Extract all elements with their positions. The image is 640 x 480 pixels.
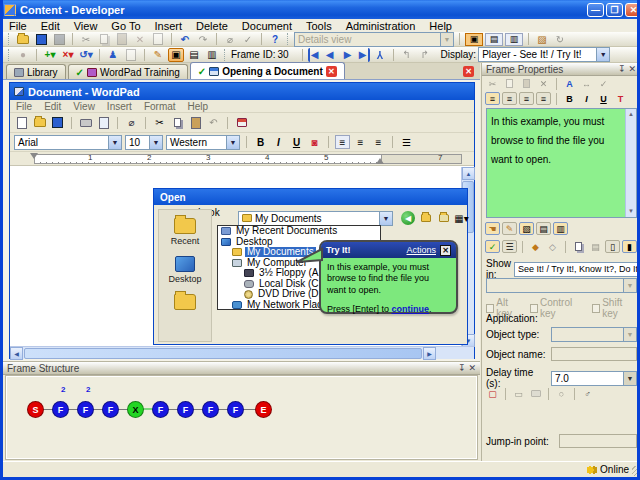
tab-opening-a-document[interactable]: ✓ Opening a Document ✕: [190, 62, 345, 79]
datetime-icon[interactable]: [234, 116, 249, 130]
wp-menu-format[interactable]: Format: [144, 101, 176, 112]
menu-view[interactable]: View: [74, 20, 98, 32]
open-icon[interactable]: [32, 116, 47, 130]
find-icon[interactable]: ⌀: [124, 116, 139, 130]
justify-icon[interactable]: ≡: [536, 92, 551, 105]
display-combo[interactable]: Player - See It! / Try It! ▼: [478, 47, 610, 62]
frame-node-start[interactable]: S: [27, 401, 44, 418]
close-balloon-icon[interactable]: ✕: [440, 245, 451, 256]
copy-frames-icon[interactable]: [571, 240, 586, 253]
italic-icon[interactable]: I: [579, 92, 594, 105]
cut-icon[interactable]: ✂: [152, 116, 167, 130]
actions-link[interactable]: Actions: [406, 245, 436, 255]
align-left-icon[interactable]: ≡: [335, 135, 350, 149]
window-icon[interactable]: ▥: [553, 222, 568, 235]
maximize-button[interactable]: ❐: [606, 3, 623, 17]
align-center-icon[interactable]: ≡: [502, 92, 517, 105]
close-tab-icon[interactable]: ✕: [326, 66, 337, 77]
close-document-icon[interactable]: ✕: [463, 66, 474, 77]
frame-paste-icon[interactable]: ▥: [204, 48, 220, 62]
pin-icon[interactable]: ↧: [618, 64, 626, 74]
menu-tools[interactable]: Tools: [306, 20, 332, 32]
bucket-icon[interactable]: ◆: [528, 240, 543, 253]
menu-help[interactable]: Help: [429, 20, 452, 32]
view-single-button[interactable]: ▣: [465, 33, 483, 46]
menu-document[interactable]: Document: [242, 20, 292, 32]
close-button[interactable]: ✕: [625, 3, 640, 17]
visibility-icon[interactable]: ▮: [622, 240, 637, 253]
menu-insert[interactable]: Insert: [155, 20, 183, 32]
editor-scrollbar[interactable]: ▲ ▼: [625, 109, 636, 217]
open-icon[interactable]: [15, 32, 31, 46]
add-frame-icon[interactable]: +▾: [42, 48, 58, 62]
wp-menu-file[interactable]: File: [16, 101, 32, 112]
edit-note-icon[interactable]: ✎: [502, 222, 517, 235]
screen-icon[interactable]: ▤: [536, 222, 551, 235]
bullets-icon[interactable]: ☰: [399, 135, 414, 149]
up-one-level-icon[interactable]: [418, 211, 433, 225]
print-icon[interactable]: [78, 116, 93, 130]
frame-node[interactable]: F: [202, 401, 219, 418]
frame-structure-canvas[interactable]: 2 2 S F F F X F F F F E: [6, 376, 477, 459]
previous-frame-icon[interactable]: ◀: [322, 48, 338, 62]
left-margin-marker[interactable]: [30, 153, 38, 159]
delete-frame-icon[interactable]: ×▾: [60, 48, 76, 62]
paste-icon[interactable]: [188, 116, 203, 130]
close-panel-icon[interactable]: ✕: [468, 363, 476, 373]
frame-view-icon[interactable]: ▣: [168, 48, 184, 62]
desktop-icon[interactable]: [175, 256, 195, 272]
text-color-icon[interactable]: T: [613, 92, 628, 105]
show-in-combo[interactable]: See It! / Try It!, Know It?, Do It! ▼: [514, 262, 640, 277]
wp-menu-insert[interactable]: Insert: [107, 101, 132, 112]
font-name-combo[interactable]: Arial ▼: [14, 135, 122, 150]
last-frame-icon[interactable]: ▶: [358, 48, 370, 62]
thumb-icon[interactable]: ☚: [485, 222, 500, 235]
menu-file[interactable]: File: [9, 20, 27, 32]
underline-icon[interactable]: U: [596, 92, 611, 105]
bold-icon[interactable]: B: [253, 135, 268, 149]
frame-copy-icon[interactable]: ▤: [186, 48, 202, 62]
back-icon[interactable]: ◀: [401, 211, 415, 225]
frame-node[interactable]: F: [227, 401, 244, 418]
view-split-vertical-button[interactable]: ▥: [505, 33, 523, 46]
undo-icon[interactable]: ↶: [177, 32, 193, 46]
my-documents-folder-icon[interactable]: [174, 294, 196, 310]
font-size-combo[interactable]: 10 ▼: [125, 135, 163, 150]
places-desktop-label[interactable]: Desktop: [168, 274, 201, 284]
horizontal-scrollbar[interactable]: ◀ ▶: [10, 346, 474, 359]
toolbar-grip[interactable]: [8, 49, 11, 61]
toolbar-grip[interactable]: [224, 49, 227, 61]
rerecord-frame-icon[interactable]: ↺▾: [78, 48, 94, 62]
look-in-combo[interactable]: My Documents ▼: [238, 211, 393, 226]
scroll-thumb[interactable]: [24, 348, 422, 359]
frame-node[interactable]: F: [102, 401, 119, 418]
close-panel-icon[interactable]: ✕: [628, 64, 636, 74]
align-left-icon[interactable]: ≡: [485, 92, 500, 105]
help-icon[interactable]: ?: [267, 32, 283, 46]
sound-icon[interactable]: ▯: [605, 240, 620, 253]
save-icon[interactable]: [50, 116, 65, 130]
delay-time-combo[interactable]: 7.0 ▼: [551, 371, 637, 386]
charset-combo[interactable]: Western ▼: [166, 135, 240, 150]
branch-icon[interactable]: Y: [372, 48, 388, 62]
frame-node[interactable]: F: [52, 401, 69, 418]
menu-edit[interactable]: Edit: [41, 20, 60, 32]
frame-node-current[interactable]: X: [127, 401, 144, 418]
views-menu-icon[interactable]: ▦▾: [454, 211, 469, 225]
right-margin-marker[interactable]: [376, 158, 384, 164]
font-icon[interactable]: A: [562, 77, 577, 90]
copy-icon[interactable]: [170, 116, 185, 130]
minimize-button[interactable]: —: [587, 3, 604, 17]
wp-menu-edit[interactable]: Edit: [44, 101, 61, 112]
selection-frame-icon[interactable]: ▧: [519, 222, 534, 235]
frame-node[interactable]: F: [77, 401, 94, 418]
view-split-horizontal-button[interactable]: ▤: [485, 33, 503, 46]
edit-frame-icon[interactable]: ✎: [150, 48, 166, 62]
object-link-icon[interactable]: ♂: [580, 387, 595, 400]
toolbar-grip[interactable]: [8, 33, 11, 45]
tab-library[interactable]: Library: [6, 64, 66, 79]
scroll-down-icon[interactable]: ▼: [626, 206, 636, 217]
align-center-icon[interactable]: ≡: [353, 135, 368, 149]
align-right-icon[interactable]: ≡: [519, 92, 534, 105]
frame-text-editor[interactable]: In this example, you must browse to find…: [486, 108, 637, 218]
